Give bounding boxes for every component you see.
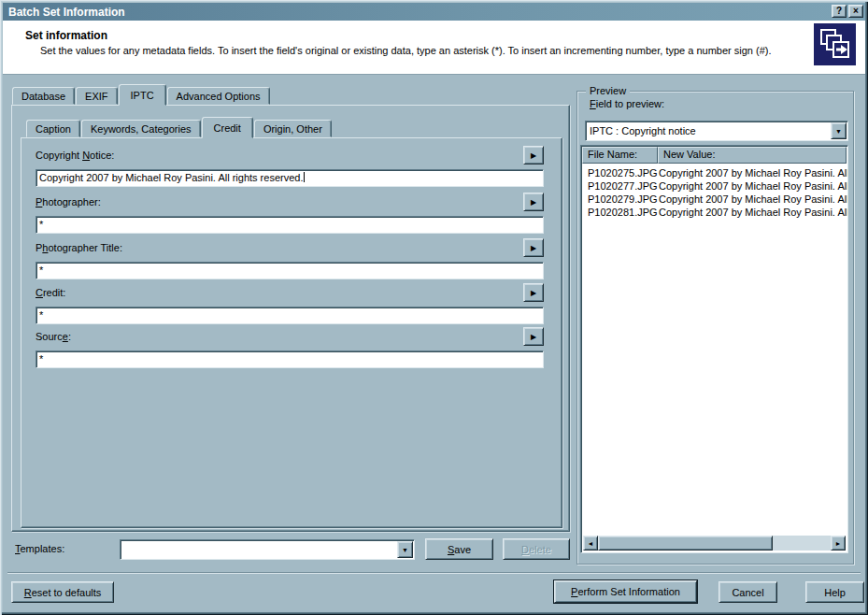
chevron-down-icon: ▼ (835, 128, 842, 135)
copyright-notice-input[interactable]: Copyright 2007 by Michael Roy Pasini. Al… (36, 169, 544, 187)
templates-dropdown-button[interactable]: ▼ (397, 541, 413, 558)
tab-iptc[interactable]: IPTC (119, 84, 166, 106)
field-to-preview-label: Field to preview: (590, 98, 664, 109)
scroll-right-icon: ► (835, 540, 842, 547)
question-icon: ? (836, 7, 842, 16)
copyright-notice-field-group: Copyright Notice: ▶ Copyright 2007 by Mi… (36, 146, 544, 187)
photographer-title-field-group: Photographer Title: ▶ * (36, 238, 544, 279)
field-to-preview-dropdown-button[interactable]: ▼ (831, 122, 847, 139)
close-icon: × (853, 7, 859, 16)
tab-origin-other[interactable]: Origin, Other (254, 120, 332, 137)
cancel-button[interactable]: Cancel (719, 581, 777, 603)
stacked-images-icon (814, 23, 856, 65)
photographer-title-label: Photographer Title: (36, 242, 122, 253)
scroll-right-button[interactable]: ► (831, 536, 846, 551)
tab-advanced-options[interactable]: Advanced Options (167, 87, 270, 105)
right-arrow-icon: ▶ (531, 333, 536, 341)
preview-list: File Name: New Value: P1020275.JPG Copyr… (580, 145, 848, 553)
scrollbar-track[interactable] (598, 536, 831, 551)
help-titlebar-button[interactable]: ? (832, 5, 847, 18)
page-title: Set information (25, 29, 107, 42)
tab-exif[interactable]: EXIF (76, 87, 117, 105)
horizontal-scrollbar[interactable]: ◄ ► (583, 536, 846, 551)
preview-list-rows: P1020275.JPG Copyright 2007 by Michael R… (581, 164, 847, 219)
photographer-input[interactable]: * (36, 216, 544, 234)
photographer-insert-button[interactable]: ▶ (523, 193, 544, 211)
tab-credit[interactable]: Credit (202, 117, 253, 138)
chevron-down-icon: ▼ (402, 547, 408, 553)
perform-set-information-button[interactable]: Perform Set Information (554, 580, 697, 603)
scrollbar-thumb[interactable] (598, 536, 773, 551)
column-header-new-value: New Value: (658, 147, 847, 164)
dialog-header: Set information Set the values for any m… (3, 21, 865, 75)
right-arrow-icon: ▶ (531, 198, 536, 207)
reset-to-defaults-button[interactable]: Reset to defaults (11, 581, 114, 603)
credit-field-group: Credit: ▶ * (36, 283, 544, 324)
templates-label: Templates: (15, 543, 64, 554)
tab-database[interactable]: Database (12, 87, 75, 105)
scroll-left-button[interactable]: ◄ (583, 536, 598, 551)
credit-tab-page: Copyright Notice: ▶ Copyright 2007 by Mi… (21, 137, 562, 528)
list-item[interactable]: P1020281.JPG Copyright 2007 by Michael R… (581, 206, 847, 219)
photographer-label: Photographer: (36, 196, 101, 207)
delete-button: Delete (503, 538, 570, 560)
copyright-notice-label: Copyright Notice: (36, 150, 114, 161)
right-arrow-icon: ▶ (531, 289, 536, 297)
tab-caption[interactable]: Caption (26, 120, 80, 137)
header-description: Set the values for any metadata fields. … (40, 45, 772, 56)
help-button[interactable]: Help (805, 581, 864, 603)
main-tab-strip: Database EXIF IPTC Advanced Options (12, 84, 271, 105)
tab-keywords-categories[interactable]: Keywords, Categories (81, 120, 201, 137)
credit-insert-button[interactable]: ▶ (523, 283, 544, 302)
credit-label: Credit: (36, 287, 65, 298)
source-label: Source: (36, 331, 71, 342)
text-caret (304, 172, 305, 182)
source-input[interactable]: * (36, 350, 544, 368)
window-title: Batch Set Information (8, 6, 125, 19)
templates-combobox[interactable]: ▼ (120, 539, 415, 560)
list-item[interactable]: P1020275.JPG Copyright 2007 by Michael R… (581, 166, 847, 179)
right-arrow-icon: ▶ (531, 151, 536, 160)
footer-divider (7, 572, 861, 573)
credit-input[interactable]: * (36, 307, 544, 324)
field-to-preview-value: IPTC : Copyright notice (590, 125, 696, 136)
column-header-file-name: File Name: (582, 147, 658, 164)
source-field-group: Source: ▶ * (36, 327, 544, 368)
close-button[interactable]: × (848, 5, 863, 18)
preview-legend: Preview (586, 85, 630, 96)
iptc-sub-tab-strip: Caption Keywords, Categories Credit Orig… (26, 117, 333, 137)
copyright-notice-insert-button[interactable]: ▶ (523, 146, 544, 164)
photographer-title-input[interactable]: * (36, 262, 544, 279)
preview-list-header: File Name: New Value: (582, 147, 847, 164)
photographer-field-group: Photographer: ▶ * (36, 193, 544, 234)
title-bar[interactable]: Batch Set Information ? × (3, 3, 865, 21)
batch-set-information-dialog: Batch Set Information ? × Set informatio… (0, 0, 868, 615)
scroll-left-icon: ◄ (588, 540, 594, 547)
list-item[interactable]: P1020277.JPG Copyright 2007 by Michael R… (581, 179, 847, 193)
save-button[interactable]: Save (425, 538, 493, 560)
right-arrow-icon: ▶ (531, 244, 536, 252)
source-insert-button[interactable]: ▶ (523, 327, 544, 346)
photographer-title-insert-button[interactable]: ▶ (523, 238, 544, 257)
field-to-preview-combobox[interactable]: IPTC : Copyright notice ▼ (585, 121, 848, 141)
list-item[interactable]: P1020279.JPG Copyright 2007 by Michael R… (581, 193, 847, 206)
